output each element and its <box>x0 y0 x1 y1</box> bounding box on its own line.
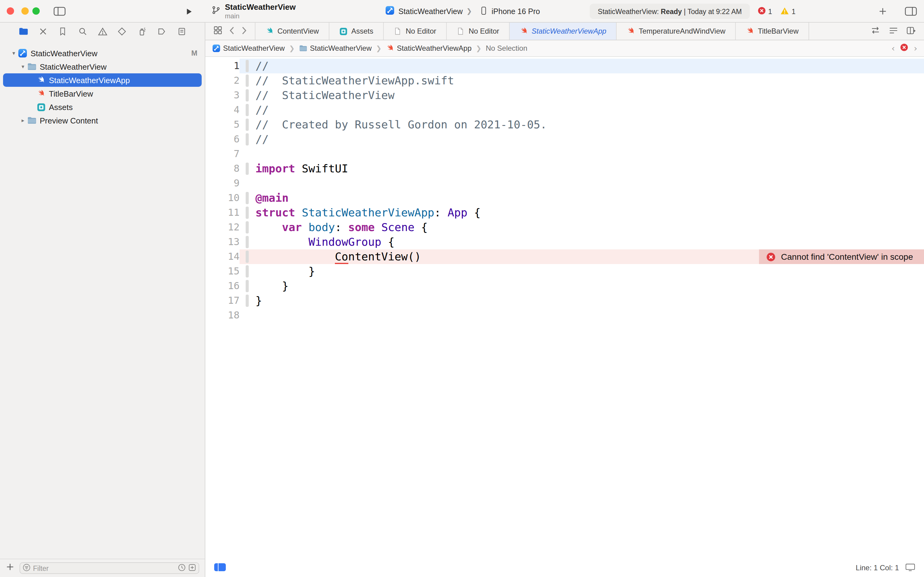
navigator-breakpoints-icon[interactable] <box>156 25 168 38</box>
editor-status-bar: Line: 1 Col: 1 <box>205 559 924 577</box>
change-ribbon <box>240 132 256 147</box>
activity-status[interactable]: StaticWeatherView: Ready | Today at 9:22… <box>590 4 750 19</box>
scm-status-filter-icon[interactable] <box>188 562 196 574</box>
tab-temperatureandwindview-5[interactable]: TemperatureAndWindView <box>617 23 736 40</box>
code-line-1[interactable]: 1// <box>205 59 924 73</box>
scm-status-badge: M <box>191 49 197 58</box>
run-button[interactable] <box>182 0 196 23</box>
display-icon[interactable] <box>905 562 916 573</box>
code-line-4[interactable]: 4// <box>205 103 924 118</box>
tree-item-assets[interactable]: Assets <box>0 100 205 114</box>
add-editor-icon[interactable] <box>906 26 916 36</box>
document-title-group: StaticWeatherView main <box>211 0 296 23</box>
code-line-16[interactable]: 16 } <box>205 279 924 293</box>
tab-assets-1[interactable]: Assets <box>329 23 384 40</box>
swift-icon <box>745 27 754 35</box>
breadcrumb-item-staticweatherview[interactable]: StaticWeatherView <box>299 44 372 53</box>
code-line-3[interactable]: 3// StaticWeatherView <box>205 88 924 103</box>
navigator-bookmarks-icon[interactable] <box>57 25 69 38</box>
code-line-8[interactable]: 8import SwiftUI <box>205 161 924 176</box>
disclosure-triangle-icon[interactable]: ▾ <box>19 64 27 70</box>
code-line-9[interactable]: 9 <box>205 176 924 191</box>
tab-overview-icon[interactable] <box>213 26 222 37</box>
line-number: 8 <box>205 161 240 176</box>
change-ribbon <box>240 220 256 235</box>
navigator-debug-icon[interactable] <box>136 25 148 38</box>
navigator-issues-icon[interactable] <box>96 25 108 38</box>
navigator-tests-icon[interactable] <box>116 25 128 38</box>
add-file-button[interactable] <box>5 562 14 574</box>
tree-item-staticweatherview[interactable]: ▾StaticWeatherView <box>0 60 205 73</box>
swap-editors-icon[interactable] <box>870 26 881 37</box>
error-badge[interactable]: 1 <box>758 7 772 16</box>
navigator-strip <box>0 23 205 40</box>
jump-bar-right: ‹ › <box>892 44 917 53</box>
tab-label: Assets <box>351 27 373 35</box>
filter-input[interactable] <box>33 564 175 572</box>
change-ribbon <box>240 176 256 191</box>
issue-error-icon[interactable] <box>900 44 908 53</box>
zoom-window-button[interactable] <box>32 7 40 15</box>
tree-item-titlebarview[interactable]: TitleBarView <box>0 87 205 100</box>
tab-staticweatherviewapp-4[interactable]: StaticWeatherViewApp <box>510 23 617 40</box>
filter-field[interactable] <box>19 562 199 574</box>
code-text: } <box>256 293 262 308</box>
code-text: WindowGroup { <box>256 235 394 249</box>
add-tab-button[interactable] <box>875 0 890 23</box>
tree-item-staticweatherview[interactable]: ▾StaticWeatherViewM <box>0 47 205 60</box>
issue-next-icon[interactable]: › <box>914 44 917 53</box>
warning-badge[interactable]: 1 <box>781 6 796 16</box>
toggle-navigator-icon[interactable] <box>52 0 67 23</box>
code-line-18[interactable]: 18 <box>205 308 924 323</box>
folder-icon <box>299 44 307 53</box>
breadcrumb-separator-icon: ❯ <box>376 44 382 52</box>
tab-titlebarview-6[interactable]: TitleBarView <box>736 23 809 40</box>
code-line-14[interactable]: 14 ContentView()Cannot find 'ContentView… <box>205 249 924 264</box>
run-destination-selector[interactable]: iPhone 16 Pro <box>492 7 540 16</box>
navigator-source-control-icon[interactable] <box>37 25 49 38</box>
editor-options-icon[interactable] <box>889 26 898 36</box>
change-ribbon <box>240 205 256 220</box>
code-line-15[interactable]: 15 } <box>205 264 924 279</box>
recent-files-icon[interactable] <box>178 562 186 574</box>
disclosure-triangle-icon[interactable]: ▾ <box>10 50 18 56</box>
editor-mode-icon[interactable] <box>214 562 226 573</box>
code-line-6[interactable]: 6// <box>205 132 924 147</box>
back-button[interactable] <box>229 26 235 36</box>
navigator-reports-icon[interactable] <box>175 25 188 38</box>
code-line-13[interactable]: 13 WindowGroup { <box>205 235 924 249</box>
code-line-17[interactable]: 17} <box>205 293 924 308</box>
breadcrumb-separator-icon: ❯ <box>476 44 481 52</box>
change-ribbon <box>240 308 256 323</box>
line-number: 6 <box>205 132 240 147</box>
tree-item-label: StaticWeatherView <box>40 62 107 71</box>
issue-previous-icon[interactable]: ‹ <box>892 44 895 53</box>
minimize-window-button[interactable] <box>21 7 29 15</box>
source-editor[interactable]: 1//2// StaticWeatherViewApp.swift3// Sta… <box>205 57 924 559</box>
navigator-find-icon[interactable] <box>76 25 89 38</box>
code-line-2[interactable]: 2// StaticWeatherViewApp.swift <box>205 73 924 88</box>
code-line-5[interactable]: 5// Created by Russell Gordon on 2021-10… <box>205 118 924 132</box>
toggle-inspector-icon[interactable] <box>902 0 919 23</box>
code-line-12[interactable]: 12 var body: some Scene { <box>205 220 924 235</box>
line-number: 16 <box>205 279 240 293</box>
inline-error-banner[interactable]: Cannot find 'ContentView' in scope <box>759 249 924 264</box>
code-line-10[interactable]: 10@main <box>205 191 924 205</box>
scheme-selector[interactable]: StaticWeatherView <box>398 7 463 16</box>
code-line-11[interactable]: 11struct StaticWeatherViewApp: App { <box>205 205 924 220</box>
code-lines: 1//2// StaticWeatherViewApp.swift3// Sta… <box>205 57 924 323</box>
tab-contentview-0[interactable]: ContentView <box>256 23 329 40</box>
disclosure-triangle-icon[interactable]: ▸ <box>19 118 27 124</box>
breadcrumb-item-staticweatherview[interactable]: StaticWeatherView <box>212 44 285 53</box>
tab-no-editor-3[interactable]: No Editor <box>447 23 510 40</box>
tab-no-editor-2[interactable]: No Editor <box>384 23 447 40</box>
code-line-7[interactable]: 7 <box>205 147 924 161</box>
tree-item-staticweatherviewapp[interactable]: StaticWeatherViewApp <box>0 73 205 87</box>
forward-button[interactable] <box>241 26 247 36</box>
breadcrumb-label: StaticWeatherViewApp <box>397 44 472 53</box>
navigator-project-icon[interactable] <box>17 25 29 38</box>
breadcrumb-item-no-selection[interactable]: No Selection <box>486 44 527 53</box>
tree-item-preview-content[interactable]: ▸Preview Content <box>0 114 205 127</box>
close-window-button[interactable] <box>7 7 14 15</box>
breadcrumb-item-staticweatherviewapp[interactable]: StaticWeatherViewApp <box>386 44 472 53</box>
